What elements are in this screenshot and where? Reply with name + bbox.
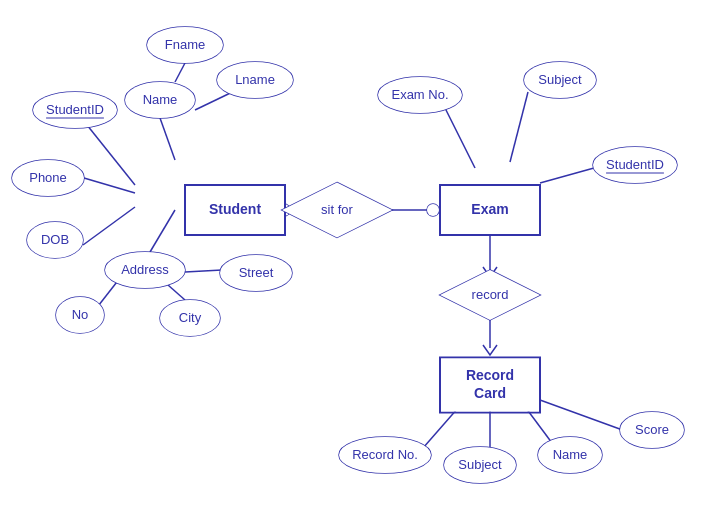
er-diagram	[0, 0, 728, 506]
